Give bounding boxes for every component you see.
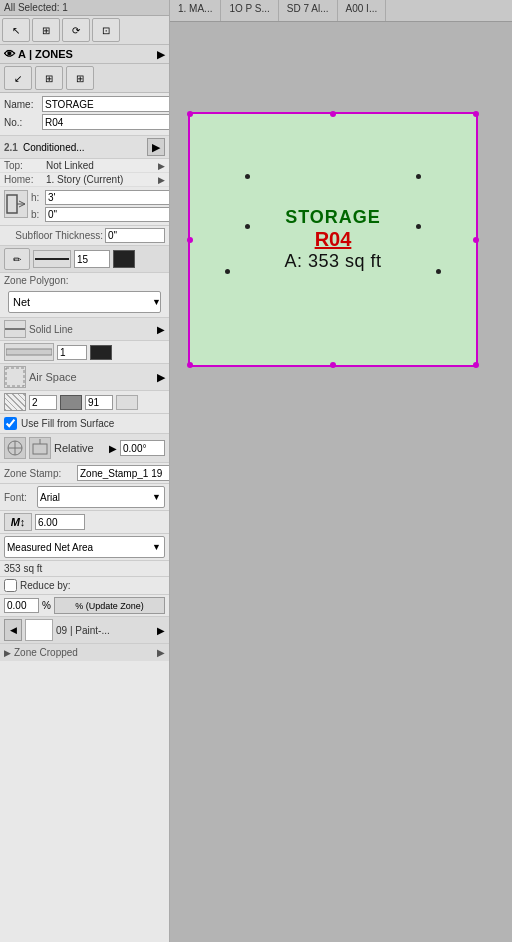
- m-value-input[interactable]: [35, 514, 85, 530]
- zone-dot-4: [416, 224, 421, 229]
- all-selected-label: All Selected: 1: [4, 2, 68, 13]
- measured-net-select[interactable]: Measured Net Area Measured Gross Area Ca…: [4, 536, 165, 558]
- zones-a-label: A: [18, 48, 26, 60]
- cond-arrow-icon: ▶: [152, 141, 160, 154]
- top-link-row: Top: Not Linked ▶: [0, 159, 169, 173]
- air-space-icon: [4, 366, 26, 388]
- section-icon-1: ↙: [14, 73, 22, 84]
- subfloor-input[interactable]: [105, 228, 165, 243]
- settings-tool-btn[interactable]: ⊡: [92, 18, 120, 42]
- subfloor-row: Subfloor Thickness:: [0, 226, 169, 246]
- tab-3[interactable]: SD 7 Al...: [279, 0, 338, 21]
- zone-dot-5: [225, 269, 230, 274]
- thickness-input[interactable]: [57, 345, 87, 360]
- font-label: Font:: [4, 492, 34, 503]
- area-row: 353 sq ft: [0, 561, 169, 577]
- cond-label: Conditioned...: [23, 142, 145, 153]
- update-zone-btn[interactable]: % (Update Zone): [54, 597, 165, 614]
- zone-corner-tr: [473, 111, 479, 117]
- air-space-label: Air Space: [29, 371, 154, 383]
- rotate-tool-btn[interactable]: ⟳: [62, 18, 90, 42]
- hatch-color-swatch: [60, 395, 82, 410]
- zone-corner-ml: [187, 237, 193, 243]
- reduce-pct-label: %: [42, 600, 51, 611]
- top-link-value: Not Linked: [46, 160, 158, 171]
- relative-angle-input[interactable]: [120, 440, 165, 456]
- reduce-checkbox[interactable]: [4, 579, 17, 592]
- zone-cropped-row[interactable]: ▶ Zone Cropped ▶: [0, 644, 169, 661]
- zone-cropped-label: Zone Cropped: [14, 647, 78, 658]
- cond-arrow-btn[interactable]: ▶: [147, 138, 165, 156]
- cond-number: 2.1: [4, 142, 18, 153]
- select-tool-btn[interactable]: ↖: [2, 18, 30, 42]
- top-bar: All Selected: 1: [0, 0, 169, 16]
- toolbar-row-1: ↖ ⊞ ⟳ ⊡: [0, 16, 169, 45]
- h-input[interactable]: [45, 190, 170, 205]
- fill-from-surface-label: Use Fill from Surface: [21, 418, 114, 429]
- tab-1[interactable]: 1. MA...: [170, 0, 221, 21]
- svg-rect-11: [33, 444, 47, 454]
- home-link-value: 1. Story (Current): [46, 174, 158, 185]
- no-input[interactable]: [42, 114, 170, 130]
- b-input[interactable]: [45, 207, 170, 222]
- subfloor-label: Subfloor Thickness:: [4, 230, 103, 241]
- paint-swatch: [25, 619, 53, 641]
- tab-4[interactable]: A00 I...: [338, 0, 387, 21]
- zone-polygon-select-row: Net Gross ▼: [0, 288, 169, 318]
- zone-corner-bm: [330, 362, 336, 368]
- section-btn-2[interactable]: ⊞: [35, 66, 63, 90]
- paint-left-btn[interactable]: ◀: [4, 619, 22, 641]
- air-space-arrow-icon: ▶: [157, 371, 165, 384]
- m-size-icon: M↕: [4, 513, 32, 531]
- canvas-area: STORAGE R04 A: 353 sq ft: [170, 22, 512, 942]
- top-link-label: Top:: [4, 160, 46, 171]
- zone-box[interactable]: STORAGE R04 A: 353 sq ft: [188, 112, 478, 367]
- zones-label: ZONES: [35, 48, 154, 60]
- reduce-label: Reduce by:: [20, 580, 71, 591]
- air-space-row[interactable]: Air Space ▶: [0, 364, 169, 391]
- zone-area-text: A: 353 sq ft: [284, 251, 381, 272]
- name-input[interactable]: [42, 96, 170, 112]
- section-row: ↙ ⊞ ⊞: [0, 64, 169, 93]
- solid-line-label: Solid Line: [29, 324, 154, 335]
- reduce-value-input[interactable]: [4, 598, 39, 613]
- m-icon-label: M↕: [11, 516, 26, 528]
- settings-icon: ⊡: [102, 25, 110, 36]
- controls-row: ✏: [0, 246, 169, 273]
- zone-dot-1: [245, 174, 250, 179]
- section-icon-3: ⊞: [76, 73, 84, 84]
- right-panel: 1. MA... 1O P S... SD 7 Al... A00 I...: [170, 0, 512, 942]
- measured-net-row: Measured Net Area Measured Gross Area Ca…: [0, 534, 169, 561]
- section-btn-3[interactable]: ⊞: [66, 66, 94, 90]
- hatch-num2-input[interactable]: [85, 395, 113, 410]
- zone-corner-tm: [330, 111, 336, 117]
- solid-line-arrow-icon: ▶: [157, 324, 165, 335]
- section-icon-2: ⊞: [45, 73, 53, 84]
- tab-2[interactable]: 1O P S...: [221, 0, 278, 21]
- b-label: b:: [31, 209, 43, 220]
- line-weight-input[interactable]: [74, 250, 110, 268]
- solid-line-row[interactable]: Solid Line ▶: [0, 318, 169, 341]
- zone-polygon-select[interactable]: Net Gross: [8, 291, 161, 313]
- hb-fields: h: ▶ b:: [31, 190, 170, 222]
- zones-bar[interactable]: 👁 A | ZONES ▶: [0, 45, 169, 64]
- no-label: No.:: [4, 117, 39, 128]
- pencil-btn[interactable]: ✏: [4, 248, 30, 270]
- conditioned-row[interactable]: 2.1 Conditioned... ▶: [0, 136, 169, 159]
- section-btn-1[interactable]: ↙: [4, 66, 32, 90]
- hb-section: h: ▶ b:: [0, 187, 169, 226]
- move-tool-btn[interactable]: ⊞: [32, 18, 60, 42]
- line-color-swatch: [113, 250, 135, 268]
- hatch-num-input[interactable]: [29, 395, 57, 410]
- relative-arrow-icon: ▶: [109, 443, 117, 454]
- zone-code-text: R04: [315, 228, 352, 251]
- area-value: 353 sq ft: [4, 563, 42, 574]
- paint-label: 09 | Paint-...: [56, 625, 154, 636]
- fill-from-surface-checkbox[interactable]: [4, 417, 17, 430]
- paint-arrow-icon: ▶: [157, 625, 165, 636]
- zone-stamp-input[interactable]: [77, 465, 170, 481]
- thickness-pattern-icon: [4, 343, 54, 361]
- font-select[interactable]: Arial Helvetica Times New Roman: [37, 486, 165, 508]
- zone-stamp-row: Zone Stamp:: [0, 463, 169, 484]
- zone-dot-2: [416, 174, 421, 179]
